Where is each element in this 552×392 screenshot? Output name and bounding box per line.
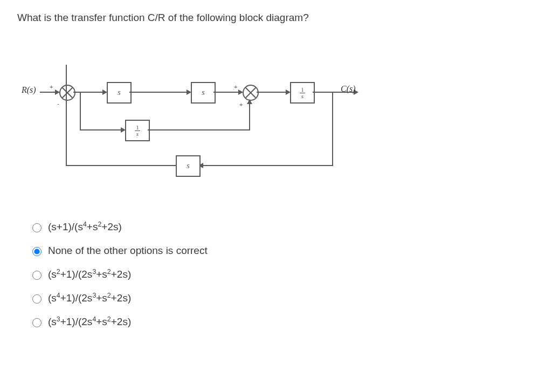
sign-plus: + xyxy=(239,101,243,108)
question-text: What is the transfer function C/R of the… xyxy=(17,12,309,24)
block-s-2: s xyxy=(191,82,216,104)
frac-den: s xyxy=(300,93,305,99)
wire xyxy=(80,129,123,130)
answer-options: (s+1)/(s4+s2+2s)None of the other option… xyxy=(30,221,208,340)
option-label-4: (s3+1)/(2s4+s2+2s) xyxy=(48,316,131,328)
wire xyxy=(66,99,67,166)
sign-minus: - xyxy=(57,100,59,107)
wire xyxy=(332,92,333,166)
option-radio-4[interactable] xyxy=(32,318,42,327)
output-label: C(s) xyxy=(341,84,356,94)
wire xyxy=(66,65,67,85)
wire xyxy=(66,165,176,166)
option-row-1[interactable]: None of the other options is correct xyxy=(30,245,208,257)
wire xyxy=(202,165,333,166)
wire xyxy=(249,100,250,130)
option-row-4[interactable]: (s3+1)/(2s4+s2+2s) xyxy=(30,316,208,328)
wire xyxy=(213,92,240,93)
wire xyxy=(257,92,288,93)
option-radio-3[interactable] xyxy=(32,294,42,304)
frac-num: 1 xyxy=(300,87,305,93)
block-feedback-s: s xyxy=(176,155,201,177)
option-row-0[interactable]: (s+1)/(s4+s2+2s) xyxy=(30,221,208,233)
input-label: R(s) xyxy=(22,85,36,95)
sign-plus: + xyxy=(50,84,53,90)
option-label-3: (s4+1)/(2s3+s2+2s) xyxy=(48,292,131,304)
option-radio-0[interactable] xyxy=(32,223,42,232)
option-row-2[interactable]: (s2+1)/(2s3+s2+2s) xyxy=(30,269,208,280)
frac-den: s xyxy=(135,131,140,137)
wire xyxy=(148,129,250,130)
block-s-1: s xyxy=(107,82,132,104)
block-1-over-s: 1s xyxy=(290,82,315,104)
option-radio-1[interactable] xyxy=(32,247,42,256)
summing-junction-2 xyxy=(243,85,259,101)
wire xyxy=(73,92,105,93)
option-radio-2[interactable] xyxy=(32,271,42,280)
option-label-1: None of the other options is correct xyxy=(48,245,208,257)
arrow-icon xyxy=(247,99,252,104)
option-row-3[interactable]: (s4+1)/(2s3+s2+2s) xyxy=(30,292,208,304)
block-feedback-1-over-s: 1s xyxy=(125,120,150,141)
frac-num: 1 xyxy=(135,125,140,131)
sign-plus: + xyxy=(234,84,237,90)
wire xyxy=(129,92,189,93)
wire xyxy=(80,92,81,130)
option-label-0: (s+1)/(s4+s2+2s) xyxy=(48,221,122,233)
summing-junction-1 xyxy=(59,85,75,101)
block-diagram: R(s) + - s s + + 1s C(s) 1s xyxy=(27,59,404,200)
option-label-2: (s2+1)/(2s3+s2+2s) xyxy=(48,269,131,280)
